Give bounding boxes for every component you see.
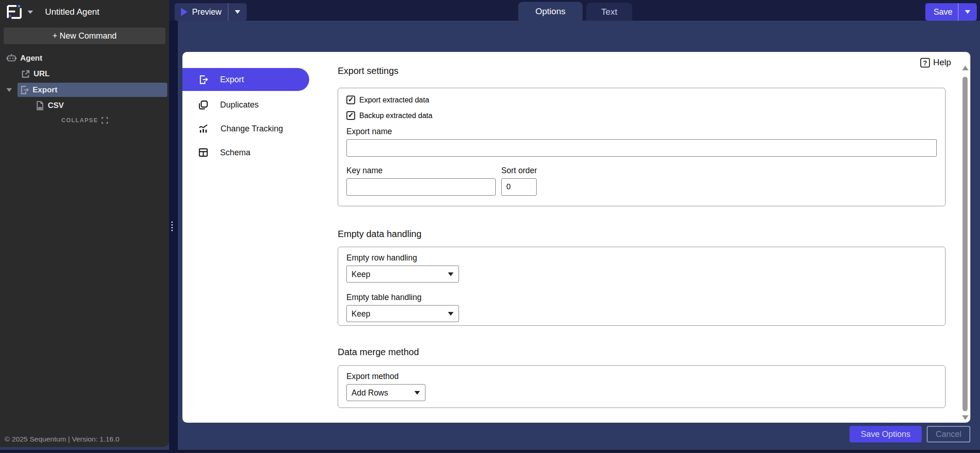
file-export-icon (20, 85, 29, 95)
scroll-up-arrow-icon[interactable] (962, 66, 969, 70)
subnav-item-export[interactable]: Export (182, 68, 309, 91)
save-label: Save (925, 7, 958, 17)
key-name-input[interactable] (346, 178, 496, 196)
vertical-scrollbar[interactable] (961, 53, 969, 422)
checkbox-label: Backup extracted data (359, 112, 432, 120)
duplicates-icon (198, 100, 208, 110)
file-csv-icon (36, 101, 44, 110)
export-method-label: Export method (346, 372, 937, 381)
export-method-select[interactable]: Add Rows (346, 384, 425, 401)
expand-corners-icon (102, 117, 108, 124)
empty-row-handling-label: Empty row handling (346, 253, 937, 263)
tree-item-export-selected[interactable]: Export (17, 83, 167, 97)
data-merge-method-group: Export method Add Rows (338, 365, 946, 408)
agent-title: Untitled Agent (45, 7, 99, 17)
tree-item-label: Agent (20, 54, 42, 63)
sequentum-logo-icon[interactable] (6, 4, 23, 20)
schema-icon (198, 148, 208, 157)
sort-order-input[interactable] (501, 178, 537, 196)
chevron-down-icon[interactable] (28, 11, 33, 14)
caret-down-icon[interactable] (6, 88, 12, 92)
section-title-empty-data-handling: Empty data handling (338, 229, 421, 239)
empty-row-handling-select[interactable]: Keep (346, 266, 459, 283)
save-options-button[interactable]: Save Options (850, 426, 922, 442)
subnav-label: Duplicates (220, 100, 259, 110)
chevron-down-icon[interactable] (235, 10, 240, 14)
external-link-icon (21, 70, 30, 79)
tree-item-label: CSV (48, 101, 64, 110)
options-subnav: Export Duplicates (182, 68, 320, 164)
sidebar-splitter[interactable] (169, 21, 178, 450)
tree-item-csv[interactable]: CSV (0, 99, 169, 113)
change-tracking-icon (198, 124, 209, 134)
tree-item-label: Export (33, 85, 57, 95)
window-bottom-edge (0, 450, 980, 453)
sort-order-label: Sort order (501, 166, 537, 176)
cancel-button[interactable]: Cancel (927, 426, 970, 442)
tree-item-agent[interactable]: Agent (0, 51, 169, 65)
app-window: Preview Options Text Save Untitle (0, 0, 980, 453)
button-divider (228, 3, 228, 21)
checkbox-row-backup-extracted[interactable]: Backup extracted data (346, 111, 937, 120)
new-command-button[interactable]: + New Command (4, 28, 165, 44)
file-export-icon (198, 75, 208, 85)
subnav-label: Change Tracking (221, 124, 283, 134)
section-title-export-settings: Export settings (338, 66, 398, 76)
checkbox-label: Export extracted data (359, 96, 429, 104)
empty-table-handling-select[interactable]: Keep (346, 305, 459, 322)
subnav-item-schema[interactable]: Schema (182, 141, 320, 164)
tab-options-label: Options (535, 6, 565, 17)
export-name-input[interactable] (346, 139, 937, 157)
tab-text[interactable]: Text (586, 3, 632, 21)
options-action-bar: Save Options Cancel (182, 426, 970, 444)
command-tree: Agent URL Exp (0, 51, 169, 124)
export-settings-group: Export extracted data Backup extracted d… (338, 88, 946, 206)
subnav-label: Export (220, 75, 244, 85)
subnav-label: Schema (220, 148, 250, 158)
tab-options[interactable]: Options (518, 2, 583, 21)
button-divider (958, 3, 958, 21)
preview-label: Preview (192, 7, 228, 17)
checkbox-row-export-extracted[interactable]: Export extracted data (346, 96, 937, 104)
tree-item-url[interactable]: URL (0, 67, 169, 81)
empty-data-handling-group: Empty row handling Keep Empty table hand… (338, 247, 946, 326)
scroll-down-arrow-icon[interactable] (962, 415, 969, 420)
help-icon: ? (920, 58, 930, 68)
options-panel: ? Help Export (182, 52, 970, 423)
backup-extracted-data-checkbox[interactable] (346, 111, 355, 120)
top-toolbar: Preview Options Text Save (169, 0, 980, 21)
save-button[interactable]: Save (925, 3, 977, 21)
help-label: Help (933, 57, 951, 68)
subnav-item-duplicates[interactable]: Duplicates (182, 93, 320, 117)
chevron-down-icon[interactable] (965, 10, 970, 14)
section-title-data-merge-method: Data merge method (338, 347, 419, 357)
robot-icon (6, 54, 17, 63)
collapse-label: COLLAPSE (61, 117, 98, 124)
key-name-label: Key name (346, 166, 496, 176)
sidebar-header: Untitled Agent (6, 4, 99, 20)
play-icon (181, 8, 187, 16)
tab-text-label: Text (601, 7, 617, 17)
sidebar: Untitled Agent + New Command Agent (0, 0, 169, 447)
collapse-tree-button[interactable]: COLLAPSE (0, 117, 169, 124)
empty-table-handling-label: Empty table handling (346, 293, 937, 302)
export-name-label: Export name (346, 127, 937, 136)
help-link[interactable]: ? Help (920, 57, 951, 68)
preview-button[interactable]: Preview (175, 3, 247, 21)
scrollbar-thumb[interactable] (963, 77, 968, 411)
drag-handle-icon[interactable] (171, 221, 173, 231)
tree-item-label: URL (34, 69, 50, 79)
export-extracted-data-checkbox[interactable] (346, 96, 355, 104)
subnav-item-change-tracking[interactable]: Change Tracking (182, 117, 320, 141)
version-footer: © 2025 Sequentum | Version: 1.16.0 (5, 435, 119, 443)
